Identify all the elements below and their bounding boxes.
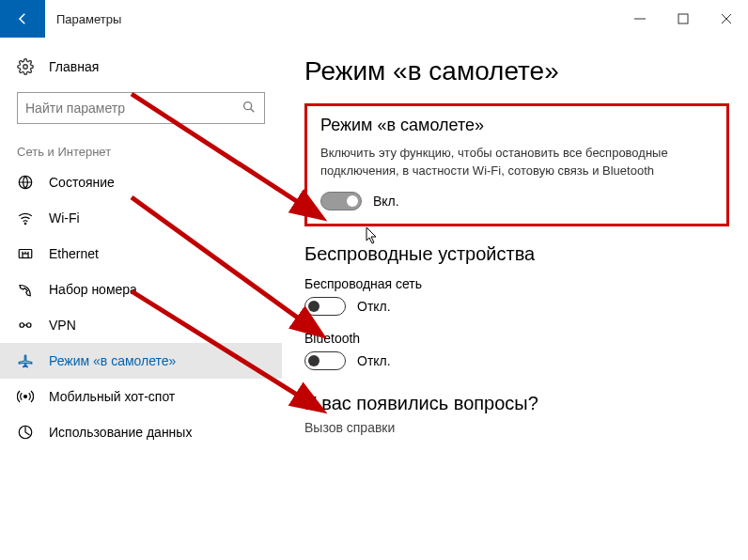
airplane-icon [17, 352, 34, 369]
bluetooth-toggle[interactable] [304, 351, 346, 370]
dialup-icon [17, 281, 34, 298]
gear-icon [17, 58, 34, 75]
minimize-button[interactable] [618, 0, 662, 38]
search-box[interactable] [17, 92, 265, 124]
airplane-mode-section: Режим «в самолете» Включить эту функцию,… [304, 103, 729, 226]
svg-rect-1 [678, 14, 688, 23]
close-button[interactable] [705, 0, 748, 38]
svg-line-6 [251, 108, 255, 112]
svg-point-14 [20, 323, 24, 328]
svg-point-4 [23, 65, 28, 70]
sidebar-section-label: Сеть и Интернет [0, 137, 282, 164]
wireless-network-state: Откл. [357, 299, 391, 314]
sidebar-item-ethernet[interactable]: Ethernet [0, 236, 282, 272]
sidebar-item-label: Режим «в самолете» [49, 353, 176, 368]
sidebar-home[interactable]: Главная [0, 51, 282, 83]
airplane-mode-state: Вкл. [373, 194, 399, 209]
svg-point-8 [24, 223, 26, 225]
svg-point-15 [27, 323, 32, 328]
settings-window: Параметры Главная [0, 0, 748, 560]
hotspot-icon [17, 388, 34, 405]
sidebar-item-wifi[interactable]: Wi-Fi [0, 200, 282, 236]
sidebar-item-label: Мобильный хот-спот [49, 389, 175, 404]
questions-heading: У вас появились вопросы? [304, 393, 729, 414]
airplane-mode-toggle[interactable] [320, 192, 362, 210]
sidebar-item-airplane[interactable]: Режим «в самолете» [0, 343, 282, 379]
sidebar-item-globe[interactable]: Состояние [0, 164, 282, 200]
wireless-devices-heading: Беспроводные устройства [304, 243, 729, 265]
sidebar-item-label: Использование данных [49, 425, 192, 440]
data-icon [17, 424, 34, 441]
globe-icon [17, 174, 34, 191]
bluetooth-state: Откл. [357, 353, 391, 368]
svg-point-5 [244, 101, 252, 109]
airplane-mode-heading: Режим «в самолете» [320, 116, 713, 135]
vpn-icon [17, 317, 34, 334]
wireless-network-block: Беспроводная сеть Откл. [304, 276, 729, 316]
bluetooth-block: Bluetooth Откл. [304, 331, 729, 370]
sidebar-item-label: VPN [49, 318, 76, 333]
titlebar: Параметры [0, 0, 748, 38]
window-title: Параметры [45, 0, 618, 38]
svg-point-17 [24, 396, 27, 398]
sidebar-item-data[interactable]: Использование данных [0, 414, 282, 450]
search-icon [242, 100, 257, 117]
sidebar: Главная Сеть и Интернет СостояниеWi-FiEt… [0, 38, 282, 560]
sidebar-item-label: Состояние [49, 175, 115, 190]
wifi-icon [17, 210, 34, 226]
sidebar-item-label: Wi-Fi [49, 210, 80, 226]
sidebar-item-dialup[interactable]: Набор номера [0, 272, 282, 307]
sidebar-item-label: Ethernet [49, 246, 99, 261]
sidebar-item-vpn[interactable]: VPN [0, 307, 282, 343]
svg-rect-10 [23, 254, 28, 258]
ethernet-icon [17, 245, 34, 262]
sidebar-home-label: Главная [49, 59, 99, 74]
back-button[interactable] [0, 0, 45, 38]
bluetooth-label: Bluetooth [304, 331, 729, 346]
sidebar-item-label: Набор номера [49, 282, 137, 297]
maximize-button[interactable] [662, 0, 705, 38]
page-title: Режим «в самолете» [304, 56, 729, 86]
wireless-network-label: Беспроводная сеть [304, 276, 729, 291]
wireless-network-toggle[interactable] [304, 297, 346, 316]
main-panel: Режим «в самолете» Режим «в самолете» Вк… [282, 38, 748, 560]
sidebar-item-hotspot[interactable]: Мобильный хот-спот [0, 379, 282, 414]
airplane-mode-description: Включить эту функцию, чтобы остановить в… [320, 145, 713, 180]
help-link[interactable]: Вызов справки [304, 420, 729, 435]
search-input[interactable] [25, 101, 236, 116]
